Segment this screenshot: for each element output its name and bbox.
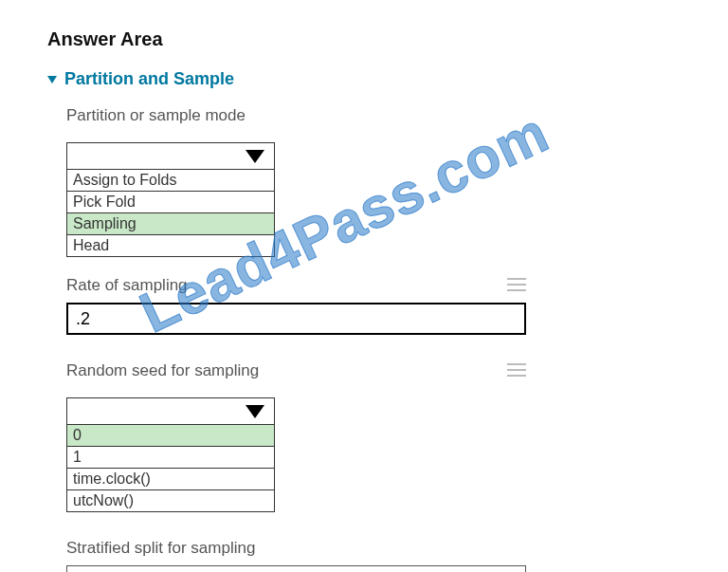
seed-label: Random seed for sampling <box>66 361 259 380</box>
rate-label: Rate of sampling <box>66 276 188 295</box>
dropdown-arrow-icon <box>246 150 264 163</box>
section-header-partition-sample[interactable]: Partition and Sample <box>47 69 681 89</box>
caret-down-icon <box>47 76 57 83</box>
dropdown-arrow-icon <box>246 405 264 418</box>
page-title: Answer Area <box>47 28 681 50</box>
stratified-label: Stratified split for sampling <box>66 539 681 558</box>
dropdown-option[interactable]: Pick Fold <box>67 191 274 212</box>
stratified-select[interactable]: False <box>66 565 526 572</box>
seed-dropdown-header[interactable] <box>67 398 274 425</box>
section-header-label: Partition and Sample <box>64 69 234 89</box>
menu-icon[interactable] <box>507 278 526 291</box>
dropdown-option[interactable]: Assign to Folds <box>67 170 274 191</box>
mode-dropdown-header[interactable] <box>67 143 274 170</box>
mode-label: Partition or sample mode <box>66 106 681 125</box>
dropdown-option[interactable]: utcNow() <box>67 489 274 511</box>
menu-icon[interactable] <box>507 363 526 377</box>
dropdown-option[interactable]: Head <box>67 234 274 256</box>
seed-dropdown[interactable]: 01time.clock()utcNow() <box>66 397 275 512</box>
dropdown-option[interactable]: 1 <box>67 446 274 468</box>
dropdown-option[interactable]: Sampling <box>67 212 274 234</box>
mode-dropdown[interactable]: Assign to FoldsPick FoldSamplingHead <box>66 142 275 257</box>
dropdown-option[interactable]: time.clock() <box>67 468 274 489</box>
rate-input[interactable] <box>66 303 526 335</box>
dropdown-option[interactable]: 0 <box>67 425 274 446</box>
